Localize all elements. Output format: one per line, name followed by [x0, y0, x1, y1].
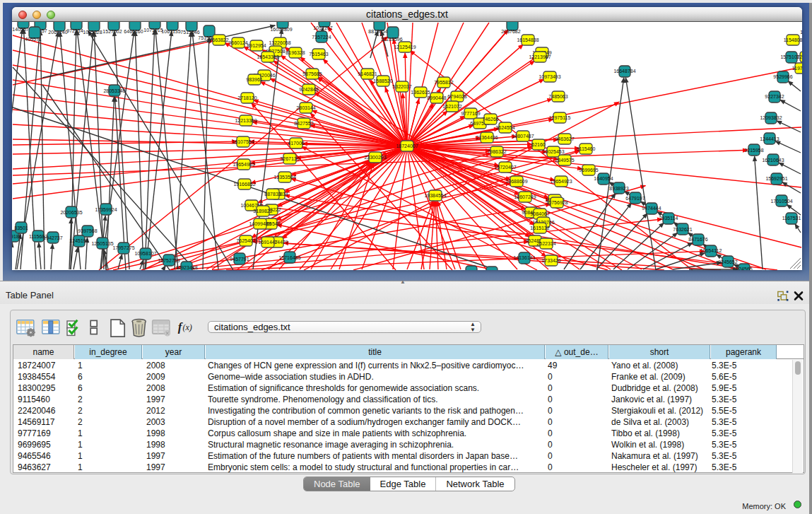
svg-text:83501: 83501: [14, 226, 28, 230]
svg-text:1691447: 1691447: [258, 240, 277, 245]
svg-text:7986322: 7986322: [487, 149, 506, 154]
svg-text:17010504: 17010504: [770, 199, 792, 204]
svg-text:16543362: 16543362: [257, 54, 278, 59]
svg-text:12125419: 12125419: [394, 45, 416, 49]
svg-text:12923448: 12923448: [175, 265, 197, 270]
svg-text:9660124: 9660124: [228, 40, 247, 45]
svg-text:1221396: 1221396: [796, 54, 802, 59]
svg-text:417006: 417006: [288, 141, 304, 146]
svg-text:1244413: 1244413: [760, 136, 779, 141]
svg-text:3267130: 3267130: [280, 156, 299, 161]
svg-text:2935114: 2935114: [659, 216, 678, 221]
svg-text:7515463: 7515463: [309, 52, 328, 57]
svg-text:1071915: 1071915: [143, 28, 163, 33]
svg-text:9529966: 9529966: [773, 74, 792, 79]
svg-text:405571: 405571: [25, 37, 41, 42]
svg-text:1167531: 1167531: [782, 216, 801, 221]
svg-text:(x): (x): [182, 322, 192, 332]
svg-text:9777169: 9777169: [461, 111, 480, 116]
svg-text:1154808: 1154808: [784, 37, 802, 42]
svg-text:16154838: 16154838: [517, 37, 539, 42]
svg-text:7625402: 7625402: [236, 238, 255, 243]
svg-text:16210643: 16210643: [762, 158, 784, 163]
svg-text:2718120: 2718120: [237, 95, 257, 100]
svg-text:12093832: 12093832: [760, 115, 782, 120]
svg-text:23300293: 23300293: [364, 155, 386, 160]
svg-text:12213967: 12213967: [529, 54, 551, 59]
svg-text:8813054: 8813054: [368, 29, 387, 34]
svg-text:1067135: 1067135: [161, 29, 180, 34]
svg-text:9227342: 9227342: [765, 94, 784, 99]
svg-text:13353594: 13353594: [273, 175, 295, 180]
svg-text:983961: 983961: [246, 77, 262, 82]
svg-text:2849575: 2849575: [555, 158, 574, 163]
svg-text:19384554: 19384554: [424, 193, 446, 198]
svg-text:2803144: 2803144: [296, 105, 315, 110]
svg-text:9699695: 9699695: [579, 168, 598, 173]
svg-text:1588520: 1588520: [373, 78, 392, 83]
svg-text:1733426: 1733426: [541, 258, 560, 263]
svg-text:19166852: 19166852: [233, 182, 255, 187]
svg-text:8938923: 8938923: [609, 186, 628, 191]
svg-text:924565: 924565: [736, 267, 752, 270]
svg-text:10025453: 10025453: [542, 149, 564, 154]
svg-text:20206535: 20206535: [60, 210, 82, 215]
svg-text:9457791: 9457791: [230, 257, 249, 262]
svg-text:1640954: 1640954: [594, 176, 613, 181]
svg-text:746266: 746266: [482, 117, 498, 122]
svg-text:151617: 151617: [800, 30, 802, 35]
svg-text:5322037: 5322037: [392, 84, 411, 89]
svg-text:19654985: 19654985: [233, 162, 254, 167]
svg-text:9397568: 9397568: [78, 228, 97, 233]
svg-text:8427552: 8427552: [294, 121, 313, 126]
svg-text:18724007: 18724007: [396, 144, 418, 148]
svg-text:12213369: 12213369: [235, 118, 257, 123]
svg-text:1621072: 1621072: [442, 104, 461, 109]
svg-text:15692951: 15692951: [765, 176, 787, 181]
svg-text:7485063: 7485063: [548, 94, 567, 99]
svg-text:1245191: 1245191: [69, 238, 88, 243]
svg-text:1615132: 1615132: [530, 226, 549, 230]
svg-text:887833: 887833: [264, 192, 281, 197]
svg-text:10756928: 10756928: [546, 200, 567, 205]
svg-text:10973493: 10973493: [539, 74, 560, 79]
svg-text:8196328: 8196328: [286, 50, 305, 55]
svg-text:2087682: 2087682: [501, 29, 520, 34]
svg-text:16648784: 16648784: [613, 69, 635, 74]
svg-text:7663822: 7663822: [209, 37, 228, 42]
svg-text:6466160: 6466160: [124, 29, 143, 34]
svg-text:1942737: 1942737: [43, 235, 62, 240]
svg-text:13226058: 13226058: [269, 40, 290, 45]
svg-text:8912954: 8912954: [247, 43, 266, 48]
svg-text:947579: 947579: [483, 269, 500, 270]
svg-text:17957275: 17957275: [112, 245, 134, 250]
svg-text:9245652: 9245652: [718, 259, 737, 264]
svg-text:9463627: 9463627: [555, 136, 574, 141]
svg-text:8471676: 8471676: [688, 237, 707, 242]
svg-text:2069140: 2069140: [48, 30, 67, 35]
svg-text:15716485: 15716485: [278, 255, 300, 260]
svg-text:14136141: 14136141: [513, 255, 535, 260]
svg-text:6794028: 6794028: [447, 94, 466, 99]
svg-text:19654923: 19654923: [550, 179, 572, 184]
svg-text:3215958: 3215958: [744, 148, 763, 153]
svg-text:1527602: 1527602: [102, 29, 122, 34]
svg-text:10688609: 10688609: [505, 179, 527, 184]
svg-text:14099489: 14099489: [249, 221, 271, 226]
svg-text:16033809: 16033809: [270, 27, 292, 32]
svg-text:7955812: 7955812: [434, 80, 453, 85]
svg-text:9146821: 9146821: [358, 71, 377, 76]
svg-text:3624554: 3624554: [495, 125, 514, 130]
svg-text:7515546: 7515546: [180, 30, 199, 35]
svg-text:164095: 164095: [463, 269, 479, 270]
svg-text:1362615: 1362615: [411, 90, 430, 95]
svg-text:9242848: 9242848: [299, 87, 318, 92]
svg-text:6479197: 6479197: [625, 196, 645, 201]
svg-text:62160: 62160: [531, 142, 546, 147]
svg-text:28053346: 28053346: [103, 88, 125, 93]
svg-text:17359924: 17359924: [95, 207, 117, 212]
svg-text:1085328: 1085328: [83, 30, 102, 35]
svg-text:15720407: 15720407: [494, 165, 516, 170]
svg-text:10807487: 10807487: [512, 134, 534, 139]
svg-text:972514: 972514: [66, 28, 83, 33]
